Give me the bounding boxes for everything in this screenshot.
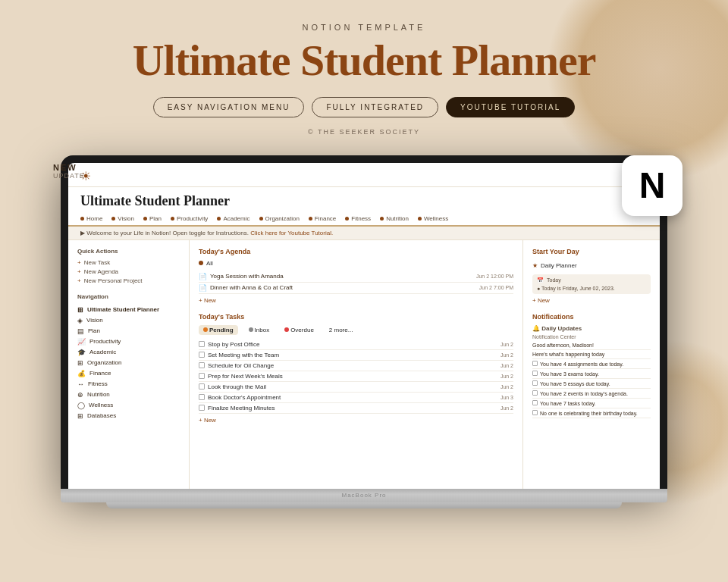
tasks-title: Today's Tasks bbox=[199, 313, 513, 321]
today-box: 📅 Today ● Today is Friday, June 02, 2023… bbox=[532, 274, 651, 294]
main-title: Ultimate Student Planner bbox=[133, 36, 596, 85]
agenda-item-2: 📄 Dinner with Anna & Co at Craft Jun 2 7… bbox=[199, 283, 513, 294]
notif-item-1: You have 4 assignments due today. bbox=[532, 359, 651, 369]
quick-action-agenda[interactable]: + New Agenda bbox=[77, 268, 180, 275]
sidebar-item-plan[interactable]: ▤ Plan bbox=[77, 326, 180, 336]
sidebar-item-databases[interactable]: ⊞ Databases bbox=[77, 411, 180, 421]
header: NOTION TEMPLATE Ultimate Student Planner… bbox=[133, 0, 596, 155]
sidebar-item-vision[interactable]: ◈ Vision bbox=[77, 315, 180, 326]
sidebar-item-planner[interactable]: ⊞ Ultimate Student Planner bbox=[77, 305, 180, 315]
sidebar-item-finance[interactable]: 💰 Finance bbox=[77, 368, 180, 379]
notif-item-3: You have 5 essays due today. bbox=[532, 379, 651, 389]
sidebar-item-productivity[interactable]: 📈 Productivity bbox=[77, 336, 180, 347]
task-item-6: Book Doctor's Appointment Jun 3 bbox=[199, 393, 513, 403]
notion-template-label: NOTION TEMPLATE bbox=[133, 23, 596, 32]
task-item-3: Schedule for Oil Change Jun 2 bbox=[199, 361, 513, 371]
nav-plan[interactable]: Plan bbox=[143, 215, 162, 222]
notif-item-5: You have 7 tasks today. bbox=[532, 399, 651, 408]
notif-item-2: You have 3 exams today. bbox=[532, 369, 651, 379]
nav-fitness[interactable]: Fitness bbox=[345, 215, 371, 222]
start-your-day-title: Start Your Day bbox=[532, 248, 651, 255]
laptop-base: MacBook Pro bbox=[61, 489, 667, 502]
sidebar-item-fitness[interactable]: ↔ Fitness bbox=[77, 379, 180, 390]
copyright: © THE SEEKER SOCIETY bbox=[133, 128, 596, 136]
notif-greeting: Good afternoon, Madison! bbox=[532, 341, 651, 350]
nav-nutrition[interactable]: Nutrition bbox=[380, 215, 409, 222]
todays-agenda-section: Today's Agenda All 📄 Yoga Session wi bbox=[199, 248, 513, 304]
agenda-filter: All bbox=[199, 260, 513, 267]
notifications-title: Notifications bbox=[532, 313, 651, 321]
badge-youtube: YOUTUBE TUTORIAL bbox=[446, 97, 575, 117]
main-col-right: Start Your Day ★ Daily Planner 📅 Toda bbox=[523, 240, 660, 489]
new-text: NEW bbox=[53, 163, 85, 172]
notion-body: Quick Actions + New Task + New Agenda + … bbox=[68, 240, 660, 489]
page-wrapper: NOTION TEMPLATE Ultimate Student Planner… bbox=[0, 0, 728, 582]
task-item-2: Set Meeting with the Team Jun 2 bbox=[199, 350, 513, 361]
nav-section: Navigation ⊞ Ultimate Student Planner ◈ … bbox=[77, 293, 180, 421]
badges-row: EASY NAVIGATION MENU FULLY INTEGRATED YO… bbox=[133, 97, 596, 117]
today-bullet: ● Today is Friday, June 02, 2023. bbox=[537, 286, 646, 291]
nav-productivity[interactable]: Productivity bbox=[171, 215, 208, 222]
agenda-all-filter[interactable]: All bbox=[206, 260, 213, 267]
nav-home[interactable]: Home bbox=[80, 215, 102, 222]
agenda-item-1: 📄 Yoga Session with Amanda Jun 2 12:00 P… bbox=[199, 271, 513, 283]
nav-academic[interactable]: Academic bbox=[217, 215, 249, 222]
new-update-badge: NEW UPDATE bbox=[53, 163, 85, 180]
agenda-title: Today's Agenda bbox=[199, 248, 513, 255]
sidebar-item-nutrition[interactable]: ⊕ Nutrition bbox=[77, 390, 180, 400]
notif-item-4: You have 2 events in today's agenda. bbox=[532, 389, 651, 399]
nav-wellness[interactable]: Wellness bbox=[418, 215, 448, 222]
notif-happening: Here's what's happening today bbox=[532, 350, 651, 359]
quick-action-task[interactable]: + New Task bbox=[77, 259, 180, 266]
nav-finance[interactable]: Finance bbox=[309, 215, 336, 222]
badge-navigation: EASY NAVIGATION MENU bbox=[153, 97, 305, 117]
notion-badge: N bbox=[622, 155, 682, 216]
youtube-tutorial-link[interactable]: Click here for Youtube Tutorial. bbox=[250, 230, 333, 236]
laptop-frame: ☀ Ultimate Student Planner Home Vision P… bbox=[61, 155, 667, 489]
quick-action-project[interactable]: + New Personal Project bbox=[77, 277, 180, 284]
notif-center-title: Notification Center bbox=[532, 334, 651, 340]
laptop-wrapper: NEW UPDATE N ☀ Ultimate Student Planner bbox=[61, 155, 667, 508]
tab-more[interactable]: 2 more... bbox=[325, 325, 358, 335]
tasks-new-link[interactable]: + New bbox=[199, 417, 513, 424]
tab-inbox[interactable]: Inbox bbox=[244, 325, 275, 335]
notion-nav: Home Vision Plan Productivity Academic O… bbox=[68, 212, 660, 227]
notif-item-6: No one is celebrating their birthday tod… bbox=[532, 408, 651, 418]
notion-sidebar: Quick Actions + New Task + New Agenda + … bbox=[68, 240, 190, 489]
daily-updates-header: 🔔 Daily Updates bbox=[532, 325, 651, 332]
sidebar-item-academic[interactable]: 🎓 Academic bbox=[77, 347, 180, 358]
notion-letter: N bbox=[639, 167, 666, 204]
task-item-4: Prep for Next Week's Meals Jun 2 bbox=[199, 371, 513, 382]
notion-page-title: Ultimate Student Planner bbox=[68, 187, 660, 212]
macbook-label: MacBook Pro bbox=[341, 492, 386, 499]
start-your-day-section: Start Your Day ★ Daily Planner 📅 Toda bbox=[532, 248, 651, 304]
update-text: UPDATE bbox=[53, 172, 85, 180]
tab-overdue[interactable]: Overdue bbox=[280, 325, 318, 335]
notifications-section: Notifications 🔔 Daily Updates Notificati… bbox=[532, 313, 651, 418]
laptop-foot bbox=[106, 502, 622, 508]
tab-pending[interactable]: Pending bbox=[199, 325, 238, 335]
nav-organization[interactable]: Organization bbox=[259, 215, 300, 222]
agenda-new-link[interactable]: + New bbox=[199, 297, 513, 304]
start-day-new-link[interactable]: + New bbox=[532, 297, 651, 304]
task-item-1: Stop by Post Office Jun 2 bbox=[199, 340, 513, 350]
task-item-5: Look through the Mail Jun 2 bbox=[199, 382, 513, 393]
main-col-left: Today's Agenda All 📄 Yoga Session wi bbox=[190, 240, 523, 489]
navigation-title: Navigation bbox=[77, 293, 180, 300]
task-item-7: Finalize Meeting Minutes Jun 2 bbox=[199, 403, 513, 414]
tasks-tabs: Pending Inbox Overdue 2 more. bbox=[199, 325, 513, 335]
welcome-bar: ▶ Welcome to your Life in Notion! Open t… bbox=[68, 227, 660, 240]
notion-screen: ☀ Ultimate Student Planner Home Vision P… bbox=[68, 163, 660, 489]
notion-main: Today's Agenda All 📄 Yoga Session wi bbox=[190, 240, 660, 489]
sidebar-item-wellness[interactable]: ◯ Wellness bbox=[77, 400, 180, 411]
daily-planner-item[interactable]: ★ Daily Planner bbox=[532, 260, 651, 271]
notion-topbar: ☀ bbox=[68, 163, 660, 187]
sidebar-item-organization[interactable]: ⊞ Organization bbox=[77, 358, 180, 368]
todays-tasks-section: Today's Tasks Pending Inbox bbox=[199, 313, 513, 424]
quick-actions-title: Quick Actions bbox=[77, 248, 180, 255]
nav-vision[interactable]: Vision bbox=[111, 215, 134, 222]
badge-integrated: FULLY INTEGRATED bbox=[312, 97, 438, 117]
laptop-screen: ☀ Ultimate Student Planner Home Vision P… bbox=[68, 163, 660, 489]
